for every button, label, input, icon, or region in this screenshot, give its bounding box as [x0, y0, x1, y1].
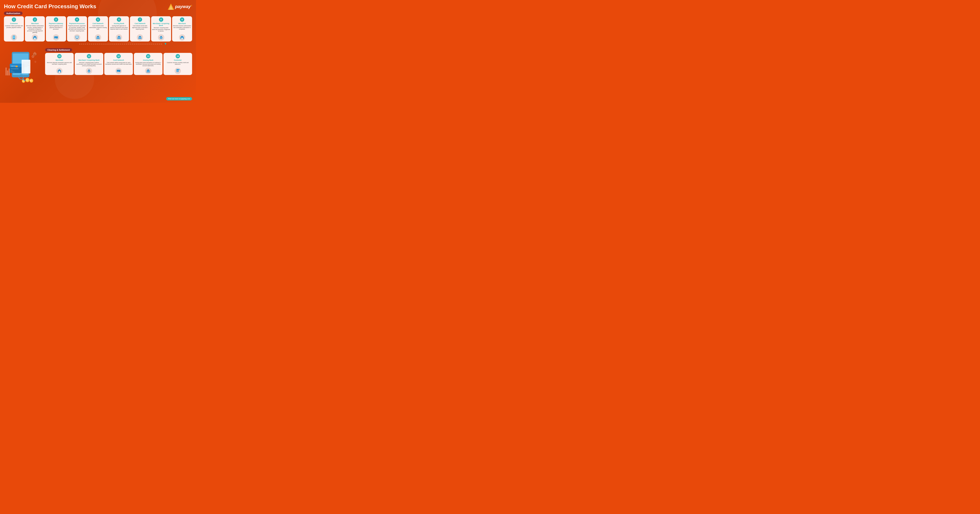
svg-text:$: $ — [30, 80, 31, 82]
card-desc-3: Payment gateway routes payment informati… — [47, 25, 65, 33]
svg-rect-49 — [16, 66, 18, 67]
svg-text:Credit Card: Credit Card — [11, 65, 16, 67]
svg-text:$: $ — [27, 79, 27, 81]
card-desc-11: Merchant / acquiring bank confirms autho… — [76, 62, 102, 67]
svg-rect-31 — [141, 37, 141, 38]
card-title-1: Customer — [10, 22, 18, 24]
card-desc-5: Card network sends authorization request… — [89, 25, 107, 33]
card-title-6: Issuing Bank — [114, 22, 124, 24]
svg-rect-9 — [54, 37, 57, 38]
card-icon-5 — [95, 34, 101, 41]
svg-rect-75 — [59, 71, 60, 73]
card-number-3: 3 — [54, 17, 58, 22]
card-number-9: 9 — [180, 17, 184, 22]
card-1: 1CustomerCustomer makes purchase and pro… — [4, 16, 24, 41]
clearing-section: Credit Card 1234 5678 9000 0000 Bank Car… — [4, 48, 192, 87]
card-number-8: 8 — [159, 17, 163, 22]
card-desc-1: Customer makes purchase and provides pay… — [5, 25, 23, 33]
card-icon-7 — [137, 34, 143, 41]
card-title-4: Payment Processor — [69, 22, 85, 24]
down-arrow: ▼ — [164, 42, 167, 46]
card-desc-12: Card network debits issuing bank for eac… — [105, 62, 132, 67]
card-number-2: 2 — [33, 17, 37, 22]
card-icon-9 — [179, 34, 185, 41]
card-9: 9MerchantMerchant receives authorization… — [172, 16, 192, 41]
card-title-9: Merchant — [178, 22, 186, 24]
card-desc-9: Merchant receives authorization and card… — [173, 25, 191, 33]
card-number-13: 13 — [146, 54, 150, 58]
svg-text:$: $ — [23, 80, 24, 82]
svg-marker-88 — [146, 69, 150, 71]
authorization-cards-row: 1CustomerCustomer makes purchase and pro… — [4, 16, 192, 41]
svg-rect-57 — [7, 70, 8, 75]
svg-rect-79 — [89, 70, 89, 70]
card-number-4: 4 — [75, 17, 79, 22]
card-10: 10MerchantMerchant deposits transaction … — [45, 53, 74, 75]
svg-rect-25 — [120, 37, 120, 38]
card-desc-13: Issuing bank posts transaction to custom… — [135, 62, 162, 67]
svg-rect-16 — [97, 37, 97, 38]
card-5: 5Card NetworkCard network sends authoriz… — [88, 16, 108, 41]
card-title-5: Card Network — [92, 22, 103, 24]
card-title-10: Merchant — [56, 59, 63, 61]
card-title-2: Merchant — [31, 22, 38, 24]
svg-rect-95 — [177, 71, 178, 71]
illustration-svg: Credit Card 1234 5678 9000 0000 Bank Car… — [4, 48, 39, 85]
card-number-5: 5 — [96, 17, 100, 22]
svg-marker-26 — [118, 36, 121, 37]
svg-rect-89 — [146, 72, 150, 73]
svg-marker-74 — [57, 69, 61, 71]
section-divider: ▼ — [4, 42, 192, 46]
svg-rect-92 — [178, 69, 180, 70]
svg-text:Card Holder: Card Holder — [11, 72, 15, 73]
card-desc-10: Merchant deposits transaction payment wi… — [46, 62, 73, 67]
svg-rect-3 — [13, 36, 15, 38]
logo-word: payway — [175, 4, 191, 9]
card-13: 13Issuing BankIssuing bank posts transac… — [134, 53, 162, 75]
svg-rect-56 — [5, 68, 7, 75]
logo-text: payway® — [175, 4, 192, 9]
main-container: How Credit Card Processing Works payway®… — [0, 0, 196, 103]
card-3: 3Payment GatewayPayment gateway routes p… — [46, 16, 66, 41]
card-number-11: 11 — [87, 54, 91, 58]
card-12: 12Card NetworkCard network debits issuin… — [104, 53, 133, 75]
svg-rect-87 — [149, 70, 150, 72]
authorization-label: Authorization — [4, 11, 22, 15]
svg-text:$: $ — [89, 70, 89, 72]
card-title-8: Merchant / Acquiring Bank — [152, 22, 170, 27]
svg-marker-32 — [138, 36, 142, 37]
card-icon-8: $ — [158, 34, 164, 41]
card-title-7: Card Network — [135, 22, 145, 24]
svg-rect-22 — [118, 37, 118, 38]
svg-rect-37 — [161, 36, 162, 37]
header: How Credit Card Processing Works payway® — [4, 3, 192, 10]
card-icon-12 — [115, 68, 122, 74]
main-title: How Credit Card Processing Works — [4, 3, 96, 10]
svg-rect-23 — [119, 37, 119, 38]
svg-rect-29 — [139, 37, 140, 38]
footer-link[interactable]: Find out more at payway.com — [166, 97, 192, 100]
svg-rect-12 — [76, 36, 78, 38]
left-illustration: Credit Card 1234 5678 9000 0000 Bank Car… — [4, 48, 43, 87]
card-8: 8Merchant / Acquiring BankMerchant / acq… — [151, 16, 171, 41]
card-14: 14CustomerCustomer receives monthly cred… — [164, 53, 192, 75]
svg-rect-81 — [117, 70, 120, 71]
svg-rect-86 — [148, 70, 149, 72]
svg-text:🏠: 🏠 — [32, 51, 37, 56]
card-desc-14: Customer receives monthly credit card st… — [164, 62, 191, 67]
svg-text:$: $ — [161, 37, 162, 39]
card-desc-6: Issuing bank approves or declines transa… — [110, 25, 128, 33]
card-icon-14 — [175, 68, 181, 74]
svg-rect-94 — [177, 71, 178, 71]
svg-rect-24 — [119, 37, 119, 38]
svg-marker-39 — [180, 36, 184, 37]
logo-reg: ® — [191, 5, 192, 7]
card-icon-4 — [74, 34, 80, 41]
card-desc-2: Merchant initiates authorization process… — [26, 25, 44, 33]
logo-icon — [168, 3, 174, 10]
svg-rect-33 — [138, 38, 142, 39]
clearing-label: Clearing & Settlement — [45, 48, 72, 52]
card-2: 2MerchantMerchant initiates authorizatio… — [25, 16, 45, 41]
svg-rect-10 — [55, 38, 56, 38]
card-desc-8: Merchant / acquiring bank alerts the pro… — [152, 27, 170, 33]
